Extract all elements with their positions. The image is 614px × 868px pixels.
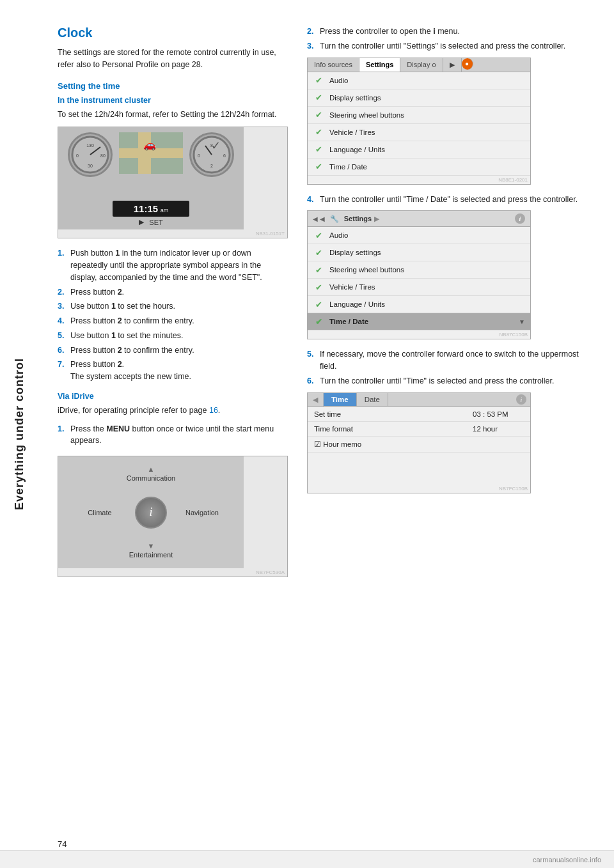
step-item: 3. Turn the controller until "Settings" … [307, 40, 588, 52]
clock-ampm: am [161, 207, 169, 213]
watermark1: NB31-0151T [58, 229, 287, 238]
s2-language-label: Language / Units [329, 300, 525, 308]
cluster-screen-box: 130 80 30 0 8 6 2 0 [58, 127, 288, 238]
car-icon: 🚗 [143, 139, 156, 151]
clock-time: 11:15 [134, 203, 158, 214]
td-set-time-value: 03 : 53 PM [473, 410, 524, 418]
td-row-set-time: Set time 03 : 53 PM [308, 407, 530, 422]
s2-steering-icon: ✔ [313, 264, 324, 275]
step-item: 7. Press button 2.The system accepts the… [58, 359, 288, 383]
nav-arrow-right: ▶ [374, 215, 379, 223]
s2-language-icon: ✔ [313, 298, 324, 310]
step-item: 2. Press the controller to open the i me… [307, 26, 588, 38]
settings2-label: Settings [344, 215, 372, 222]
step-item: 3. Use button 1 to set the hours. [58, 300, 288, 313]
step-item: 1. Press the MENU button once or twice u… [58, 423, 288, 447]
set-row: ▶ SET [58, 218, 244, 226]
idrive-nav-inner: ▲ Communication Climate i [74, 458, 228, 567]
td-time-format-label: Time format [314, 425, 473, 433]
step-item: 4. Turn the controller until "Time / Dat… [307, 194, 588, 206]
td-tab-date[interactable]: Date [357, 393, 388, 406]
nav-comm-label: Communication [127, 474, 175, 482]
svg-text:130: 130 [86, 143, 94, 148]
left-gauge: 130 80 30 0 [68, 132, 113, 177]
time-date-screen: ◀ Time Date i Set time 03 : 53 PM Time f… [307, 392, 531, 493]
right-steps-3: 5. If necessary, move the controller for… [307, 348, 588, 387]
footer-bar: carmanualsonline.info [0, 850, 614, 868]
section-title: Clock [58, 26, 288, 40]
settings2-header: ◀ ◀ 🔧 Settings ▶ i [308, 211, 530, 227]
td-tab-time[interactable]: Time [324, 393, 357, 406]
set-arrow: ▶ [139, 218, 144, 226]
step-item: 1. Push button 1 in the turn indicator l… [58, 247, 288, 283]
cluster-steps-list: 1. Push button 1 in the turn indicator l… [58, 247, 288, 383]
display-icon: ✔ [313, 92, 324, 104]
audio-icon: ✔ [313, 75, 324, 86]
tab-display-o[interactable]: Display o [400, 58, 443, 72]
settings-row-timedate: ✔ Time / Date [308, 159, 530, 176]
language-label: Language / Units [329, 146, 525, 153]
settings-row-display: ✔ Display settings [308, 89, 530, 107]
watermark3: NB8E1-0201 [308, 176, 530, 184]
right-column: 2. Press the controller to open the i me… [307, 26, 588, 586]
idrive-nav-screen-box: ▲ Communication Climate i [58, 456, 288, 577]
right-steps-2: 4. Turn the controller until "Time / Dat… [307, 194, 588, 206]
nav-center-button[interactable]: i [125, 490, 177, 535]
s2-row-audio: ✔ Audio [308, 227, 530, 244]
tab-settings-active[interactable]: Settings [359, 58, 400, 72]
watermark2: NB7FC530A [58, 568, 287, 577]
setting-time-heading: Setting the time [58, 81, 288, 91]
watermark5: NB7FC150B [308, 484, 530, 493]
language-icon: ✔ [313, 144, 324, 155]
cluster-display: 130 80 30 0 8 6 2 0 [58, 127, 244, 229]
clock-display-box: 11:15 am [113, 201, 189, 217]
svg-text:0: 0 [198, 153, 200, 158]
info-button[interactable]: i [515, 213, 525, 224]
idrive-nav-wrapper: ▲ Communication Climate i [58, 456, 244, 568]
td-set-time-label: Set time [314, 410, 473, 418]
tab-arrow[interactable]: ▶ [443, 58, 462, 72]
tab-dot[interactable]: ● [462, 58, 473, 70]
svg-text:6: 6 [223, 153, 226, 158]
page-link-16: 16 [209, 406, 218, 415]
td-row-time-format: Time format 12 hour [308, 422, 530, 437]
idrive-steps-before: 1. Press the MENU button once or twice u… [58, 423, 288, 447]
idrive-center-btn[interactable]: i [135, 497, 167, 529]
set-label: SET [149, 219, 162, 226]
nav-clim-label: Climate [88, 509, 111, 516]
s2-display-icon: ✔ [313, 247, 324, 258]
step-item: 5. Use button 1 to set the minutes. [58, 330, 288, 342]
vehicle-label: Vehicle / Tires [329, 128, 525, 136]
td-time-format-value: 12 hour [473, 425, 524, 433]
td-spacer [308, 453, 530, 484]
s2-timedate-icon: ✔ [313, 316, 324, 327]
svg-text:30: 30 [88, 164, 93, 168]
settings-row-audio: ✔ Audio [308, 72, 530, 89]
settings-icon: 🔧 [330, 215, 339, 223]
nav-arrow-left: ◀ ◀ [313, 215, 325, 222]
nav-entertainment: ▼ Entertainment [125, 535, 177, 567]
td-info-icon[interactable]: i [516, 394, 526, 405]
display-label: Display settings [329, 94, 525, 102]
page-number: 74 [58, 839, 67, 849]
nav-climate: Climate [74, 490, 125, 535]
s2-row-language: ✔ Language / Units [308, 296, 530, 313]
idrive-intro: iDrive, for operating principle refer to… [58, 405, 288, 417]
settings-row-vehicle: ✔ Vehicle / Tires [308, 124, 530, 141]
settings-row-steering: ✔ Steering wheel buttons [308, 107, 530, 124]
svg-text:2: 2 [210, 164, 213, 168]
main-content: Clock The settings are stored for the re… [38, 0, 614, 612]
via-idrive-heading: Via iDrive [58, 392, 288, 401]
step-item: 5. If necessary, move the controller for… [307, 348, 588, 373]
nav-communication: ▲ Communication [125, 458, 177, 490]
s2-row-timedate-highlighted: ✔ Time / Date ▼ [308, 313, 530, 330]
step-item: 6. Turn the controller until "Time" is s… [307, 375, 588, 387]
td-tab-left-arrow[interactable]: ◀ [308, 393, 324, 407]
s2-row-steering: ✔ Steering wheel buttons [308, 261, 530, 279]
tab-info-sources[interactable]: Info sources [308, 58, 359, 72]
s2-audio-label: Audio [329, 231, 525, 239]
svg-text:80: 80 [100, 153, 106, 158]
timedate-label: Time / Date [329, 163, 525, 171]
sidebar: Everything under control [0, 0, 38, 868]
s2-vehicle-label: Vehicle / Tires [329, 283, 525, 291]
